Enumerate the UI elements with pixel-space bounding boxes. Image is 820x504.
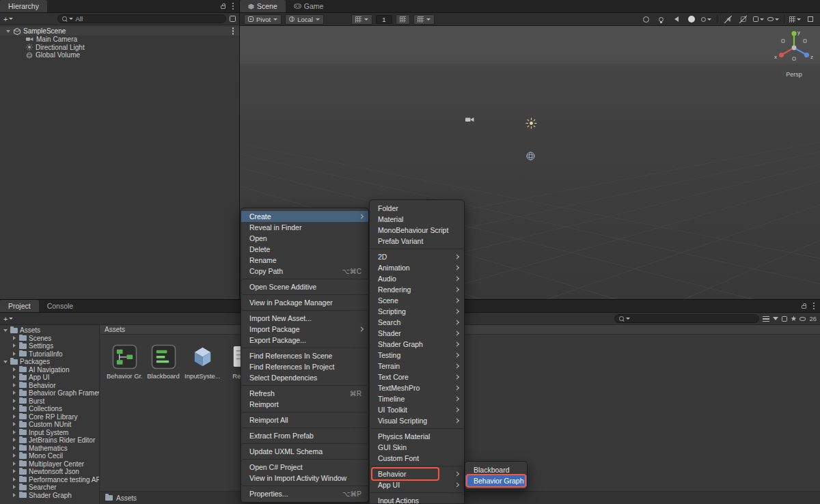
menu-item[interactable]: 2D bbox=[370, 251, 464, 262]
folder-row[interactable]: Behavior bbox=[0, 382, 99, 390]
menu-item[interactable]: Reimport All bbox=[241, 415, 368, 425]
scene-audio-icon[interactable] bbox=[670, 14, 682, 25]
create-dropdown-button[interactable]: + bbox=[3, 315, 13, 323]
menu-item[interactable]: Rename bbox=[241, 255, 368, 266]
scene-lighting-icon[interactable] bbox=[655, 14, 667, 25]
menu-item[interactable]: Delete bbox=[241, 244, 368, 255]
menu-item[interactable]: UI Toolkit bbox=[370, 404, 464, 415]
menu-item[interactable]: Update UXML Schema bbox=[241, 446, 368, 457]
menu-item[interactable]: TextMeshPro bbox=[370, 382, 464, 393]
menu-item[interactable]: Copy Path ⌥⌘C bbox=[241, 266, 368, 277]
menu-item[interactable]: Prefab Variant bbox=[370, 236, 464, 247]
grid-visibility-icon[interactable] bbox=[789, 14, 801, 25]
menu-item[interactable]: Find References In Project bbox=[241, 361, 368, 372]
scene-root-row[interactable]: SampleScene bbox=[0, 27, 239, 36]
asset-item-inputsystem[interactable]: InputSyste... bbox=[184, 344, 220, 380]
scene-visibility-eye-icon[interactable] bbox=[767, 14, 779, 25]
asset-item-behavior-graph[interactable]: Behavior Gr... bbox=[107, 344, 142, 380]
panel-menu-icon[interactable] bbox=[813, 305, 815, 307]
foldout-icon[interactable] bbox=[12, 445, 17, 451]
folder-row[interactable]: Multiplayer Center bbox=[0, 460, 99, 468]
folder-row[interactable]: Behavior Graph Framework bbox=[0, 389, 99, 397]
menu-item[interactable]: Refresh ⌘R bbox=[241, 388, 368, 399]
foldout-icon[interactable] bbox=[12, 469, 17, 475]
tab-project[interactable]: Project bbox=[0, 300, 39, 312]
vsync-toggle-icon[interactable] bbox=[737, 14, 749, 25]
folder-row[interactable]: App UI bbox=[0, 374, 99, 382]
menu-item[interactable]: Properties... ⌥⌘P bbox=[241, 488, 368, 499]
folder-row[interactable]: JetBrains Rider Editor bbox=[0, 436, 99, 445]
folder-row[interactable]: Burst bbox=[0, 397, 99, 406]
folder-row[interactable]: Core RP Library bbox=[0, 413, 99, 421]
menu-item[interactable]: Audio bbox=[370, 273, 464, 284]
foldout-icon[interactable] bbox=[12, 453, 17, 459]
label-filter-icon[interactable] bbox=[782, 316, 787, 322]
menu-item[interactable]: Testing bbox=[370, 350, 464, 361]
orientation-axis-gizmo[interactable]: x y z bbox=[772, 26, 816, 68]
project-search-input[interactable] bbox=[614, 314, 759, 323]
tool-handle-position-button[interactable]: Pivot bbox=[244, 14, 282, 25]
foldout-icon[interactable] bbox=[12, 344, 17, 349]
foldout-icon[interactable] bbox=[12, 391, 17, 396]
menu-item[interactable]: Terrain bbox=[370, 361, 464, 372]
folder-row[interactable]: Custom NUnit bbox=[0, 421, 99, 429]
projection-mode-label[interactable]: Persp bbox=[772, 71, 816, 78]
foldout-icon[interactable] bbox=[12, 422, 17, 428]
menu-item[interactable]: Input Actions bbox=[370, 495, 464, 504]
menu-item[interactable]: Physics Material bbox=[370, 431, 464, 442]
folder-row[interactable]: Collections bbox=[0, 405, 99, 413]
tool-handle-rotation-button[interactable]: Local bbox=[285, 14, 324, 25]
menu-item[interactable]: Reveal in Finder bbox=[241, 222, 368, 233]
menu-item[interactable]: Material bbox=[370, 214, 464, 225]
folder-row[interactable]: Newtonsoft Json bbox=[0, 468, 99, 476]
favorites-icon[interactable] bbox=[791, 316, 796, 322]
menu-item[interactable]: View in Import Activity Window bbox=[241, 473, 368, 484]
menu-item[interactable]: Behavior bbox=[370, 468, 464, 479]
asset-item-blackboard[interactable]: Blackboard bbox=[146, 344, 181, 380]
folder-row[interactable]: Mono Cecil bbox=[0, 452, 99, 460]
menu-item[interactable]: Open Scene Additive bbox=[241, 281, 368, 292]
foldout-icon[interactable] bbox=[12, 382, 17, 388]
menu-item[interactable]: Text Core bbox=[370, 372, 464, 382]
menu-item[interactable]: Shader bbox=[370, 328, 464, 339]
folder-row[interactable]: Shader Graph bbox=[0, 492, 99, 500]
menu-item[interactable]: App UI bbox=[370, 479, 464, 490]
foldout-icon[interactable] bbox=[5, 29, 11, 34]
breadcrumb[interactable]: Assets bbox=[116, 494, 137, 502]
hierarchy-item-directional-light[interactable]: Directional Light bbox=[0, 44, 239, 52]
overlays-menu-icon[interactable] bbox=[804, 14, 816, 25]
scene-options-icon[interactable] bbox=[232, 30, 234, 31]
menu-item[interactable]: Scene bbox=[370, 295, 464, 306]
menu-item[interactable]: Search bbox=[370, 317, 464, 328]
menu-item[interactable]: Export Package... bbox=[241, 335, 368, 346]
folder-row[interactable]: Packages bbox=[0, 358, 99, 366]
folder-row[interactable]: AI Navigation bbox=[0, 366, 99, 374]
directional-light-gizmo-icon[interactable] bbox=[525, 117, 537, 129]
menu-item[interactable]: Rendering bbox=[370, 284, 464, 295]
foldout-icon[interactable] bbox=[12, 461, 17, 466]
menu-item[interactable]: GUI Skin bbox=[370, 442, 464, 453]
hierarchy-item-global-volume[interactable]: Global Volume bbox=[0, 51, 239, 59]
menu-item[interactable]: Import Package bbox=[241, 324, 368, 335]
foldout-icon[interactable] bbox=[12, 335, 17, 341]
icon-size-slider-icon[interactable] bbox=[763, 316, 769, 322]
menu-item[interactable]: Extract From Prefab bbox=[241, 430, 368, 441]
snap-increment-button[interactable] bbox=[396, 14, 410, 25]
menu-item[interactable]: Timeline bbox=[370, 393, 464, 404]
grid-snapping-button[interactable] bbox=[351, 14, 372, 25]
grid-size-input[interactable]: 1 bbox=[376, 15, 392, 24]
menu-item[interactable]: Import New Asset... bbox=[241, 313, 368, 324]
menu-item[interactable]: Select Dependencies bbox=[241, 372, 368, 383]
foldout-icon[interactable] bbox=[12, 477, 17, 482]
camera-settings-icon[interactable] bbox=[752, 14, 764, 25]
snap-settings-button[interactable] bbox=[413, 14, 435, 25]
foldout-icon[interactable] bbox=[12, 406, 17, 412]
foldout-icon[interactable] bbox=[12, 414, 17, 419]
menu-item[interactable]: View in Package Manager bbox=[241, 297, 368, 308]
folder-row[interactable]: TutorialInfo bbox=[0, 350, 99, 359]
menu-item[interactable]: Create bbox=[241, 211, 368, 222]
panel-menu-icon[interactable] bbox=[232, 5, 234, 7]
foldout-icon[interactable] bbox=[3, 359, 8, 365]
create-dropdown-button[interactable]: + bbox=[3, 15, 13, 23]
menu-item[interactable]: Scripting bbox=[370, 306, 464, 317]
